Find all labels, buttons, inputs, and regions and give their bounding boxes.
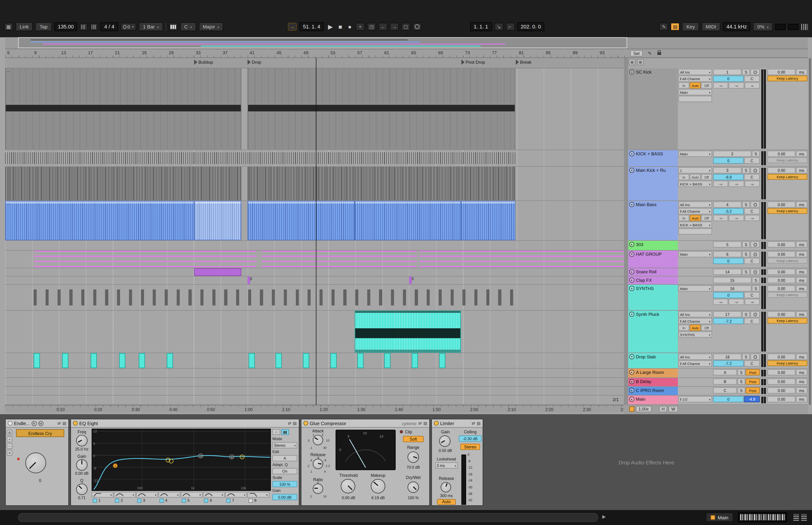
filter-type-selector[interactable] [203,492,225,497]
clip[interactable] [248,167,516,200]
scroll-left-button[interactable]: ⊕ [629,59,635,65]
track-header-main-kick-ru[interactable]: ▾Main Kick + Ru1InAutoOffKICK + BASS3S-6… [628,167,808,201]
clip[interactable] [5,69,241,150]
routing-selector[interactable]: Main [678,285,712,291]
monitor-in-button[interactable]: In [678,174,689,180]
lock-envelopes-icon[interactable] [657,50,661,56]
track-lane-b-delay[interactable] [5,378,624,387]
device-activator-icon[interactable] [434,421,439,425]
eq-band-handle[interactable]: 4 [198,453,203,458]
arm-button[interactable] [750,69,760,75]
delay-unit-toggle[interactable]: ms [796,311,807,317]
device-glue-compressor[interactable]: Glue Compressor cytomic ⇄ ▤ Attack .1.31… [301,419,430,506]
lookahead-selector[interactable]: 3 ms [435,462,458,468]
track-name[interactable]: ▾Synth Pluck [628,311,678,352]
routing-selector[interactable]: ‖ 1/2 [678,396,712,402]
send-field[interactable]: -∞ [713,181,729,187]
solo-button[interactable]: S [742,311,750,317]
track-lane-main-kick-ru[interactable] [5,167,624,201]
routing-selector[interactable]: ‖ All Channe [678,360,712,366]
track-name[interactable]: ▾HAT GROUP [628,251,678,268]
draw-pencil-icon[interactable]: ✎ [659,23,668,31]
track-name[interactable]: ▾Main Kick + Ru [628,167,678,200]
delay-unit-toggle[interactable]: ms [796,151,807,157]
send-field[interactable]: -∞ [713,299,729,305]
key-map-button[interactable]: Key [682,22,699,31]
expand-icon[interactable]: ▸ [629,397,634,402]
loop-start-field[interactable]: 1. 1. 1 [470,22,492,31]
expand-icon[interactable]: ▾ [629,312,634,317]
show-devices-button[interactable]: − [7,443,13,449]
solo-button[interactable]: S [737,387,745,393]
delay-unit-toggle[interactable]: ms [796,387,807,393]
monitor-in-button[interactable]: In [678,82,689,88]
bar-number[interactable]: 33 [196,50,201,56]
pan-field[interactable]: C [744,208,760,214]
arrangement-position-field[interactable]: 51. 1. 4 [299,22,324,31]
eq-band-handle[interactable]: 1 [113,463,118,468]
tap-tempo-button[interactable]: Tap [35,22,52,31]
bar-number[interactable]: 61 [384,50,389,56]
routing-selector[interactable]: All Ins [678,311,712,317]
track-header-c-ipro-room[interactable]: ▸C IPRO RoomCSPost0.00ms [628,387,808,395]
pan-field[interactable]: C [744,318,760,324]
limiter-gain-value[interactable]: 0.50 dB [433,448,458,453]
clip[interactable]: F [248,276,250,284]
volume-field[interactable]: -7.2 [713,318,744,324]
clip[interactable] [303,353,309,368]
solo-button[interactable]: S [742,269,750,275]
expand-icon[interactable]: ▸ [629,242,634,247]
range-value[interactable]: 70.0 dB [400,465,427,469]
volume-field[interactable]: 0 [713,258,744,264]
track-name[interactable]: ▸Snare Roll [628,268,678,276]
track-header-303[interactable]: ▸3035S0.00ms [628,241,808,251]
q-value[interactable]: 0.71 [78,495,86,500]
clip[interactable] [439,353,445,368]
freq-knob[interactable] [76,435,88,446]
device-title[interactable]: Limiter [440,421,454,426]
track-lane-c-ipro-room[interactable] [5,387,624,395]
clip[interactable] [330,353,336,368]
play-button[interactable]: ▶ [326,23,334,30]
time-ruler[interactable]: 0:100:200:300:400:501:001:101:201:301:40… [5,405,624,412]
clip[interactable] [5,152,515,164]
arm-button[interactable] [750,241,760,247]
monitor-selector[interactable]: InAutoOff [678,174,712,180]
bar-number[interactable]: 17 [88,50,93,56]
track-lane-303[interactable] [5,241,624,251]
routing-selector[interactable] [678,228,712,235]
track-lane-main[interactable] [5,395,624,405]
track-delay-field[interactable]: 0.00 [767,311,795,317]
monitor-selector[interactable]: InAutoOff [678,325,712,331]
monitor-auto-button[interactable]: Auto [690,174,701,180]
expand-icon[interactable]: ▾ [629,69,634,75]
auto-release-button[interactable]: Auto [437,499,456,505]
routing-selector[interactable]: ‖ All Channe [678,208,712,214]
delay-unit-toggle[interactable]: ms [796,167,807,174]
delay-unit-toggle[interactable]: ms [796,285,807,291]
ratio-knob[interactable] [313,484,323,494]
pan-field[interactable]: C [744,158,760,164]
device-title-bar[interactable]: Glue Compressor cytomic ⇄ ▤ [302,419,429,428]
clip[interactable] [355,201,461,240]
punch-loop-icon[interactable]: ↘ [494,23,503,31]
nudge-down-icon[interactable] [80,23,88,30]
bar-number[interactable]: 5 [7,50,10,56]
track-delay-field[interactable]: 0.00 [767,251,795,257]
track-header-hat-group[interactable]: ▾HAT GROUPMain6S0C0.00msKeep Latency [628,251,808,268]
device-eq-eight[interactable]: EQ Eight ⇄ ▤ Freq 25.0 Hz Gain 0.00 dB [71,419,299,506]
track-delay-field[interactable]: 0.00 [767,151,795,157]
expand-icon[interactable]: ▸ [629,388,634,393]
draw-mode-icon[interactable]: ▢ [401,23,410,31]
routing-selector[interactable]: All Ins [678,354,712,360]
clip[interactable] [461,201,515,240]
track-lane-kick-bass[interactable] [5,150,624,167]
map-mode-button[interactable]: ≡ [7,450,13,456]
options-icon[interactable]: ▦ [4,23,13,31]
eq-spectrum-display[interactable]: 1260-6-12 1001k10k 1467 [92,429,271,491]
delay-unit-toggle[interactable]: ms [796,277,807,283]
zoom-level-field[interactable]: 1.00x [636,406,651,412]
solo-button[interactable]: S [742,167,750,174]
back-to-arrangement-icon[interactable]: ← [379,23,387,31]
expand-icon[interactable]: ▾ [629,168,634,173]
